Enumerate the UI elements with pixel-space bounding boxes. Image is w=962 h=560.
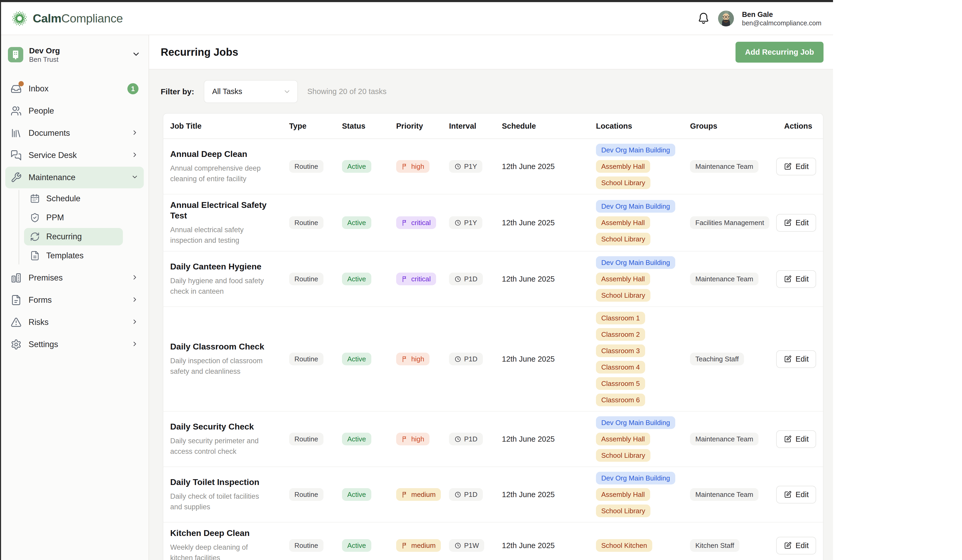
job-title-cell: Daily Toilet InspectionDaily check of to… xyxy=(170,471,289,518)
sidebar-nav: Inbox1PeopleDocumentsService DeskMainten… xyxy=(4,78,145,355)
ppm-icon xyxy=(30,212,40,223)
location-pill: Classroom 1 xyxy=(596,312,645,324)
sidebar-item-settings[interactable]: Settings xyxy=(5,334,144,355)
job-description: Daily check of toilet facilities and sup… xyxy=(170,491,271,512)
sidebar-subitem-templates[interactable]: Templates xyxy=(24,247,123,264)
location-pill: School Library xyxy=(596,289,650,302)
sidebar-item-people[interactable]: People xyxy=(5,100,144,122)
org-selector[interactable]: Dev Org Ben Trust xyxy=(4,42,145,68)
interval-pill-label: P1D xyxy=(464,491,478,499)
group-pill-label: Maintenance Team xyxy=(695,275,753,283)
sidebar-item-premises[interactable]: Premises xyxy=(5,267,144,289)
edit-button-label: Edit xyxy=(796,355,809,364)
edit-button[interactable]: Edit xyxy=(776,430,816,448)
priority-cell: high xyxy=(396,348,449,371)
sidebar-item-label: Forms xyxy=(29,295,124,305)
type-pill: Routine xyxy=(289,160,323,173)
groups-cell: Maintenance Team xyxy=(690,155,784,178)
premises-icon xyxy=(11,272,22,283)
sidebar-item-risks[interactable]: Risks xyxy=(5,311,144,333)
sidebar-subitem-label: Recurring xyxy=(46,232,117,241)
filter-row: Filter by: All Tasks Showing 20 of 20 ta… xyxy=(149,69,833,113)
type-cell: Routine xyxy=(289,483,342,506)
location-pill-label: School Library xyxy=(601,291,645,299)
status-pill: Active xyxy=(342,160,371,173)
type-pill: Routine xyxy=(289,352,323,365)
user-info[interactable]: Ben Gale ben@calmcompliance.com xyxy=(742,10,822,27)
job-description: Daily security perimeter and access cont… xyxy=(170,436,271,457)
people-icon xyxy=(11,105,22,116)
column-header-groups: Groups xyxy=(690,122,784,130)
user-email: ben@calmcompliance.com xyxy=(742,19,822,27)
sidebar-item-maintenance[interactable]: Maintenance xyxy=(5,167,144,188)
edit-icon xyxy=(784,219,792,227)
sidebar-item-documents[interactable]: Documents xyxy=(5,122,144,144)
sidebar-item-forms[interactable]: Forms xyxy=(5,289,144,311)
add-recurring-job-button[interactable]: Add Recurring Job xyxy=(736,42,823,63)
type-cell: Routine xyxy=(289,348,342,371)
clock-icon xyxy=(454,356,462,363)
app-logo[interactable]: CalmCompliance xyxy=(11,10,123,27)
sidebar-item-service-desk[interactable]: Service Desk xyxy=(5,145,144,166)
table-row: Daily Toilet InspectionDaily check of to… xyxy=(163,467,823,523)
chevron-right-icon xyxy=(131,340,139,349)
priority-cell: medium xyxy=(396,534,449,557)
type-pill-label: Routine xyxy=(294,275,318,283)
type-pill: Routine xyxy=(289,488,323,501)
app-window: CalmCompliance Ben Gale ben@calmcomplian… xyxy=(0,0,833,560)
interval-pill: P1D xyxy=(449,352,483,365)
edit-icon xyxy=(784,542,792,550)
sidebar-subitem-schedule[interactable]: Schedule xyxy=(24,190,123,208)
column-header-interval: Interval xyxy=(449,122,502,130)
edit-button-label: Edit xyxy=(796,219,809,227)
locations-cell: School Kitchen xyxy=(596,534,690,557)
job-description: Weekly deep cleaning of kitchen faciliti… xyxy=(170,542,271,560)
location-pill: School Library xyxy=(596,233,650,245)
sidebar-item-inbox[interactable]: Inbox1 xyxy=(5,78,144,100)
priority-pill: critical xyxy=(396,273,436,285)
sidebar-subitem-ppm[interactable]: PPM xyxy=(24,209,123,226)
edit-button[interactable]: Edit xyxy=(776,214,816,232)
priority-pill-label: high xyxy=(411,435,424,443)
brand-name-bold: Calm xyxy=(33,11,61,25)
location-pill: School Library xyxy=(596,177,650,189)
column-header-locations: Locations xyxy=(596,122,690,130)
avatar[interactable] xyxy=(718,11,734,26)
groups-cell: Kitchen Staff xyxy=(690,534,784,557)
sidebar-subitem-label: Schedule xyxy=(46,194,117,203)
chevron-right-icon xyxy=(131,129,139,137)
sidebar-subitem-label: Templates xyxy=(46,251,117,261)
location-pill-label: Dev Org Main Building xyxy=(601,259,670,267)
location-pill-label: Classroom 1 xyxy=(601,314,640,322)
schedule-date: 12th June 2025 xyxy=(502,349,596,369)
org-name: Dev Org xyxy=(29,46,126,55)
edit-button[interactable]: Edit xyxy=(776,158,816,175)
type-cell: Routine xyxy=(289,211,342,234)
edit-button[interactable]: Edit xyxy=(776,270,816,288)
page-header: Recurring Jobs Add Recurring Job xyxy=(149,35,833,69)
edit-icon xyxy=(784,491,792,499)
edit-button[interactable]: Edit xyxy=(776,350,816,368)
sidebar: Dev Org Ben Trust Inbox1PeopleDocumentsS… xyxy=(1,35,149,560)
type-pill-label: Routine xyxy=(294,355,318,363)
edit-button[interactable]: Edit xyxy=(776,486,816,504)
notification-dot xyxy=(18,81,24,86)
task-filter-select[interactable]: All Tasks xyxy=(204,80,298,103)
location-pill: Assembly Hall xyxy=(596,216,650,229)
table-header-row: Job TitleTypeStatusPriorityIntervalSched… xyxy=(163,114,823,139)
sidebar-subitem-recurring[interactable]: Recurring xyxy=(24,228,123,245)
location-pill: School Library xyxy=(596,505,650,517)
location-pill-label: Dev Org Main Building xyxy=(601,474,670,482)
edit-icon xyxy=(784,435,792,443)
edit-button[interactable]: Edit xyxy=(776,537,816,554)
location-pill: Dev Org Main Building xyxy=(596,200,675,212)
location-pill-label: School Library xyxy=(601,179,645,187)
interval-pill-label: P1D xyxy=(464,435,478,443)
priority-cell: medium xyxy=(396,483,449,506)
edit-button-label: Edit xyxy=(796,490,809,499)
settings-icon xyxy=(11,339,22,350)
sidebar-submenu-maintenance: SchedulePPMRecurringTemplates xyxy=(18,190,145,264)
bell-icon[interactable] xyxy=(697,12,710,25)
priority-pill: high xyxy=(396,160,429,173)
location-pill: Dev Org Main Building xyxy=(596,256,675,269)
